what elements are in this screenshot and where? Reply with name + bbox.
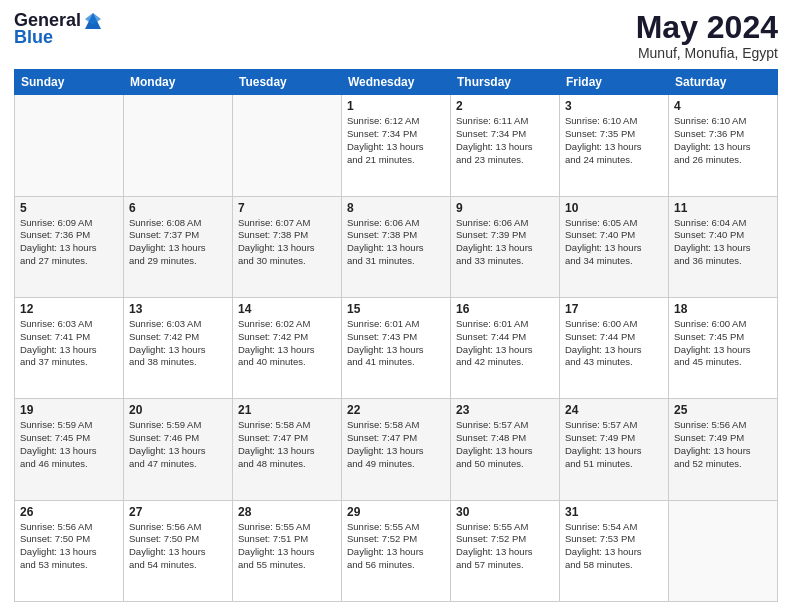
calendar-week-5: 26Sunrise: 5:56 AM Sunset: 7:50 PM Dayli…	[15, 500, 778, 601]
calendar-week-2: 5Sunrise: 6:09 AM Sunset: 7:36 PM Daylig…	[15, 196, 778, 297]
calendar-cell	[124, 95, 233, 196]
cell-content: Sunrise: 5:56 AM Sunset: 7:49 PM Dayligh…	[674, 419, 772, 470]
logo-icon	[83, 11, 103, 31]
cell-content: Sunrise: 6:03 AM Sunset: 7:42 PM Dayligh…	[129, 318, 227, 369]
cell-content: Sunrise: 5:59 AM Sunset: 7:45 PM Dayligh…	[20, 419, 118, 470]
cell-content: Sunrise: 6:12 AM Sunset: 7:34 PM Dayligh…	[347, 115, 445, 166]
day-number: 11	[674, 201, 772, 215]
cell-content: Sunrise: 6:06 AM Sunset: 7:39 PM Dayligh…	[456, 217, 554, 268]
calendar-cell: 1Sunrise: 6:12 AM Sunset: 7:34 PM Daylig…	[342, 95, 451, 196]
calendar-cell	[233, 95, 342, 196]
calendar-cell: 30Sunrise: 5:55 AM Sunset: 7:52 PM Dayli…	[451, 500, 560, 601]
day-number: 25	[674, 403, 772, 417]
calendar-cell: 15Sunrise: 6:01 AM Sunset: 7:43 PM Dayli…	[342, 297, 451, 398]
calendar-cell: 12Sunrise: 6:03 AM Sunset: 7:41 PM Dayli…	[15, 297, 124, 398]
calendar-cell: 3Sunrise: 6:10 AM Sunset: 7:35 PM Daylig…	[560, 95, 669, 196]
day-number: 19	[20, 403, 118, 417]
cell-content: Sunrise: 6:05 AM Sunset: 7:40 PM Dayligh…	[565, 217, 663, 268]
cell-content: Sunrise: 5:57 AM Sunset: 7:49 PM Dayligh…	[565, 419, 663, 470]
day-number: 28	[238, 505, 336, 519]
calendar-cell: 20Sunrise: 5:59 AM Sunset: 7:46 PM Dayli…	[124, 399, 233, 500]
cell-content: Sunrise: 5:56 AM Sunset: 7:50 PM Dayligh…	[20, 521, 118, 572]
day-number: 20	[129, 403, 227, 417]
calendar-week-1: 1Sunrise: 6:12 AM Sunset: 7:34 PM Daylig…	[15, 95, 778, 196]
calendar-cell: 23Sunrise: 5:57 AM Sunset: 7:48 PM Dayli…	[451, 399, 560, 500]
day-number: 14	[238, 302, 336, 316]
calendar-cell: 19Sunrise: 5:59 AM Sunset: 7:45 PM Dayli…	[15, 399, 124, 500]
calendar-week-4: 19Sunrise: 5:59 AM Sunset: 7:45 PM Dayli…	[15, 399, 778, 500]
calendar-cell: 13Sunrise: 6:03 AM Sunset: 7:42 PM Dayli…	[124, 297, 233, 398]
calendar-cell: 14Sunrise: 6:02 AM Sunset: 7:42 PM Dayli…	[233, 297, 342, 398]
cell-content: Sunrise: 5:58 AM Sunset: 7:47 PM Dayligh…	[238, 419, 336, 470]
cell-content: Sunrise: 6:10 AM Sunset: 7:36 PM Dayligh…	[674, 115, 772, 166]
day-number: 10	[565, 201, 663, 215]
page-header: General Blue May 2024 Munuf, Monufia, Eg…	[14, 10, 778, 61]
cell-content: Sunrise: 5:55 AM Sunset: 7:51 PM Dayligh…	[238, 521, 336, 572]
cell-content: Sunrise: 6:00 AM Sunset: 7:45 PM Dayligh…	[674, 318, 772, 369]
cell-content: Sunrise: 6:08 AM Sunset: 7:37 PM Dayligh…	[129, 217, 227, 268]
cell-content: Sunrise: 6:00 AM Sunset: 7:44 PM Dayligh…	[565, 318, 663, 369]
cell-content: Sunrise: 5:55 AM Sunset: 7:52 PM Dayligh…	[456, 521, 554, 572]
calendar-header-row: SundayMondayTuesdayWednesdayThursdayFrid…	[15, 70, 778, 95]
day-number: 1	[347, 99, 445, 113]
day-number: 17	[565, 302, 663, 316]
calendar-cell: 27Sunrise: 5:56 AM Sunset: 7:50 PM Dayli…	[124, 500, 233, 601]
calendar-cell: 18Sunrise: 6:00 AM Sunset: 7:45 PM Dayli…	[669, 297, 778, 398]
calendar-cell: 9Sunrise: 6:06 AM Sunset: 7:39 PM Daylig…	[451, 196, 560, 297]
calendar-cell: 31Sunrise: 5:54 AM Sunset: 7:53 PM Dayli…	[560, 500, 669, 601]
cell-content: Sunrise: 6:06 AM Sunset: 7:38 PM Dayligh…	[347, 217, 445, 268]
day-number: 9	[456, 201, 554, 215]
calendar-cell: 25Sunrise: 5:56 AM Sunset: 7:49 PM Dayli…	[669, 399, 778, 500]
day-number: 29	[347, 505, 445, 519]
calendar-cell: 2Sunrise: 6:11 AM Sunset: 7:34 PM Daylig…	[451, 95, 560, 196]
day-number: 15	[347, 302, 445, 316]
month-title: May 2024	[636, 10, 778, 45]
column-header-sunday: Sunday	[15, 70, 124, 95]
day-number: 21	[238, 403, 336, 417]
day-number: 23	[456, 403, 554, 417]
column-header-friday: Friday	[560, 70, 669, 95]
day-number: 7	[238, 201, 336, 215]
day-number: 26	[20, 505, 118, 519]
cell-content: Sunrise: 6:01 AM Sunset: 7:43 PM Dayligh…	[347, 318, 445, 369]
calendar-cell: 5Sunrise: 6:09 AM Sunset: 7:36 PM Daylig…	[15, 196, 124, 297]
cell-content: Sunrise: 5:57 AM Sunset: 7:48 PM Dayligh…	[456, 419, 554, 470]
day-number: 3	[565, 99, 663, 113]
cell-content: Sunrise: 5:56 AM Sunset: 7:50 PM Dayligh…	[129, 521, 227, 572]
day-number: 6	[129, 201, 227, 215]
column-header-tuesday: Tuesday	[233, 70, 342, 95]
day-number: 24	[565, 403, 663, 417]
page-container: General Blue May 2024 Munuf, Monufia, Eg…	[0, 0, 792, 612]
calendar-cell: 22Sunrise: 5:58 AM Sunset: 7:47 PM Dayli…	[342, 399, 451, 500]
cell-content: Sunrise: 5:58 AM Sunset: 7:47 PM Dayligh…	[347, 419, 445, 470]
svg-marker-1	[85, 13, 101, 25]
calendar-table: SundayMondayTuesdayWednesdayThursdayFrid…	[14, 69, 778, 602]
calendar-cell: 26Sunrise: 5:56 AM Sunset: 7:50 PM Dayli…	[15, 500, 124, 601]
day-number: 5	[20, 201, 118, 215]
calendar-cell: 24Sunrise: 5:57 AM Sunset: 7:49 PM Dayli…	[560, 399, 669, 500]
cell-content: Sunrise: 5:55 AM Sunset: 7:52 PM Dayligh…	[347, 521, 445, 572]
cell-content: Sunrise: 6:09 AM Sunset: 7:36 PM Dayligh…	[20, 217, 118, 268]
day-number: 12	[20, 302, 118, 316]
cell-content: Sunrise: 6:11 AM Sunset: 7:34 PM Dayligh…	[456, 115, 554, 166]
cell-content: Sunrise: 6:01 AM Sunset: 7:44 PM Dayligh…	[456, 318, 554, 369]
calendar-cell: 16Sunrise: 6:01 AM Sunset: 7:44 PM Dayli…	[451, 297, 560, 398]
logo: General Blue	[14, 10, 103, 48]
calendar-cell: 10Sunrise: 6:05 AM Sunset: 7:40 PM Dayli…	[560, 196, 669, 297]
day-number: 13	[129, 302, 227, 316]
day-number: 27	[129, 505, 227, 519]
calendar-cell: 8Sunrise: 6:06 AM Sunset: 7:38 PM Daylig…	[342, 196, 451, 297]
day-number: 30	[456, 505, 554, 519]
calendar-cell: 7Sunrise: 6:07 AM Sunset: 7:38 PM Daylig…	[233, 196, 342, 297]
day-number: 8	[347, 201, 445, 215]
cell-content: Sunrise: 6:03 AM Sunset: 7:41 PM Dayligh…	[20, 318, 118, 369]
logo-blue-text: Blue	[14, 27, 53, 48]
column-header-saturday: Saturday	[669, 70, 778, 95]
calendar-cell: 28Sunrise: 5:55 AM Sunset: 7:51 PM Dayli…	[233, 500, 342, 601]
day-number: 16	[456, 302, 554, 316]
cell-content: Sunrise: 5:59 AM Sunset: 7:46 PM Dayligh…	[129, 419, 227, 470]
day-number: 4	[674, 99, 772, 113]
cell-content: Sunrise: 6:10 AM Sunset: 7:35 PM Dayligh…	[565, 115, 663, 166]
column-header-wednesday: Wednesday	[342, 70, 451, 95]
calendar-week-3: 12Sunrise: 6:03 AM Sunset: 7:41 PM Dayli…	[15, 297, 778, 398]
